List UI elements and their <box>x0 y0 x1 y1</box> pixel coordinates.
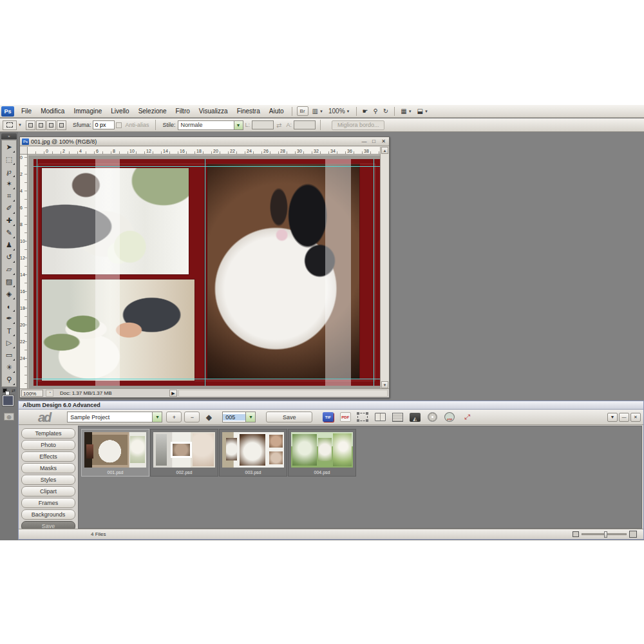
minimize-button[interactable]: — <box>360 138 368 145</box>
contact-sheet-button[interactable] <box>391 412 404 423</box>
sidebar-button[interactable]: Photo <box>21 440 75 450</box>
horizontal-scrollbar[interactable] <box>178 390 388 397</box>
zoom-tool-button[interactable]: ⚲ <box>373 108 377 115</box>
menu-item[interactable]: Modifica <box>36 106 69 116</box>
menu-item[interactable]: File <box>17 106 36 116</box>
status-zoom-field[interactable]: 100% <box>21 390 43 397</box>
image-export-button[interactable]: ◭ <box>408 412 421 423</box>
quick-mask-button[interactable]: ◎ <box>4 413 14 421</box>
remove-project-button[interactable]: − <box>184 412 200 422</box>
menu-item[interactable]: Visualizza <box>194 106 232 116</box>
antialias-checkbox[interactable] <box>116 122 122 128</box>
project-select[interactable]: Sample Project ▼ <box>67 412 162 422</box>
default-colors-icon[interactable] <box>5 391 10 395</box>
status-menu-button[interactable]: ▶ <box>169 390 177 397</box>
eyedropper-tool[interactable]: ✐ <box>3 202 15 214</box>
swap-colors-icon[interactable]: ⇄ <box>12 388 15 393</box>
magic-wand-tool[interactable]: ✶ <box>3 178 15 190</box>
shape-tool[interactable]: ▭ <box>3 349 15 361</box>
maximize-button[interactable]: □ <box>370 138 378 145</box>
menu-item[interactable]: Selezione <box>134 106 171 116</box>
vertical-scrollbar[interactable]: ▲ ▼ <box>380 147 389 388</box>
thumbnail-002.psd[interactable]: 002.psd <box>150 429 218 477</box>
hand-tool-button[interactable]: ☛ <box>363 108 368 115</box>
selection-new-button[interactable] <box>26 120 35 130</box>
clone-stamp-tool[interactable]: ♟ <box>3 239 15 251</box>
sidebar-button[interactable]: Masks <box>21 463 75 473</box>
rotate-view-button[interactable]: ↻ <box>383 108 388 115</box>
document-title-bar[interactable]: Ps 001.jpg @ 100% (RGB/8) — □ ✕ <box>20 137 389 146</box>
sidebar-button[interactable]: Backgrounds <box>21 509 75 520</box>
arrange-documents-button[interactable]: ▦▼ <box>401 108 412 115</box>
export-pdf-button[interactable]: PDF <box>339 412 352 423</box>
ps-logo-icon[interactable]: Ps <box>1 106 14 117</box>
thumbnail-003.psd[interactable]: 003.psd <box>219 429 287 477</box>
small-thumbnails-icon[interactable] <box>573 531 579 537</box>
menu-item[interactable]: Finestra <box>232 106 265 116</box>
brush-tool[interactable]: ✎ <box>3 227 15 239</box>
package-icon[interactable]: ◆ <box>202 412 215 423</box>
selection-intersect-button[interactable] <box>57 120 66 130</box>
tools-panel-header[interactable]: » <box>1 133 17 139</box>
zoom-tool[interactable]: ⚲ <box>3 374 15 386</box>
scroll-up-icon[interactable]: ▲ <box>381 147 388 154</box>
save-button[interactable]: Save <box>266 412 312 422</box>
album-preview-button[interactable] <box>374 412 386 423</box>
style-select[interactable]: Normale ▼ <box>178 120 243 130</box>
page-number-select[interactable]: 005 ▼ <box>222 412 256 422</box>
panel-close-button[interactable]: ✕ <box>630 413 641 422</box>
history-brush-tool[interactable]: ↺ <box>3 251 15 263</box>
slider-thumb[interactable] <box>604 531 607 538</box>
tool-preset-button[interactable] <box>3 120 17 130</box>
sidebar-button[interactable]: Effects <box>21 451 75 462</box>
eraser-tool[interactable]: ▱ <box>3 263 15 276</box>
close-button[interactable]: ✕ <box>379 138 388 145</box>
thumbnail-004.psd[interactable]: 004.psd <box>288 429 356 477</box>
foreground-color-swatch[interactable] <box>3 395 14 406</box>
crop-tool[interactable]: ⌗ <box>3 190 15 202</box>
large-thumbnails-icon[interactable] <box>629 531 637 538</box>
menu-item[interactable]: Filtro <box>171 106 194 116</box>
add-project-button[interactable]: + <box>166 412 182 422</box>
healing-brush-tool[interactable]: ✚ <box>3 214 15 227</box>
thumbnail-001.psd[interactable]: 001.psd <box>81 429 149 477</box>
bridge-button[interactable]: Br <box>297 106 308 116</box>
sidebar-button[interactable]: Frames <box>21 498 75 508</box>
ftp-upload-button[interactable]: FTP <box>443 412 456 423</box>
frame-tool-button[interactable] <box>356 412 369 423</box>
canvas[interactable] <box>28 155 380 388</box>
selection-subtract-button[interactable] <box>46 120 56 130</box>
gradient-tool[interactable]: ▨ <box>3 276 15 288</box>
type-tool[interactable]: T <box>3 325 15 337</box>
menu-item[interactable]: Livello <box>106 106 133 116</box>
pen-tool[interactable]: ✒ <box>3 312 15 325</box>
view-extras-button[interactable]: ▥▼ <box>312 108 323 115</box>
menu-item[interactable]: Immagine <box>69 106 106 116</box>
burn-cd-button[interactable] <box>426 412 439 423</box>
selection-add-button[interactable] <box>36 120 46 130</box>
dodge-tool[interactable]: ◐ <box>3 300 15 312</box>
blur-tool[interactable]: ◈ <box>3 288 15 300</box>
panel-collapse-button[interactable]: ▼ <box>607 413 618 422</box>
screen-mode-button[interactable]: ⬓▼ <box>417 108 428 115</box>
thumbnail-area[interactable]: 001.psd002.psd003.psd004.psd <box>78 426 642 529</box>
hand-tool[interactable]: ✳ <box>3 361 15 374</box>
slider-track[interactable] <box>582 533 627 535</box>
menu-item[interactable]: Aiuto <box>265 106 289 116</box>
album-panel-title[interactable]: Album Design 6.0 Advanced <box>19 401 643 410</box>
panel-minimize-button[interactable]: — <box>619 413 629 422</box>
resize-button[interactable]: ⤢ <box>460 412 473 423</box>
sidebar-button[interactable]: Styles <box>21 475 75 485</box>
sidebar-button[interactable]: Clipart <box>21 486 75 497</box>
ruler-number: 10 <box>20 238 27 255</box>
lasso-tool[interactable]: ℘ <box>3 166 15 178</box>
sidebar-button[interactable]: Templates <box>21 428 75 439</box>
feather-input[interactable] <box>93 120 115 129</box>
export-tif-button[interactable]: TIF <box>321 412 334 423</box>
marquee-tool[interactable]: ⬚ <box>3 153 15 166</box>
zoom-level[interactable]: 100%▼ <box>328 108 350 115</box>
path-select-tool[interactable]: ▷ <box>3 337 15 349</box>
scroll-down-icon[interactable]: ▼ <box>381 381 388 388</box>
album-spread[interactable] <box>33 159 380 386</box>
move-tool[interactable]: ➤ <box>3 141 15 153</box>
